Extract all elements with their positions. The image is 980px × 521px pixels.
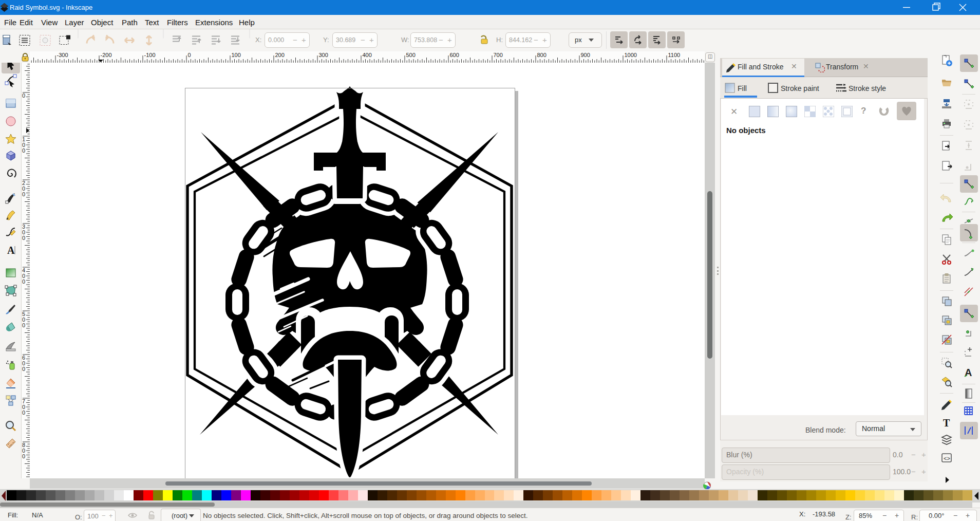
- svg-text:<>: <>: [944, 456, 950, 462]
- svg-text:-100: -100: [144, 52, 156, 58]
- svg-text:900: 900: [581, 52, 590, 58]
- svg-text:-300: -300: [57, 52, 68, 58]
- svg-text:T: T: [943, 417, 950, 429]
- svg-text:800: 800: [537, 52, 546, 58]
- svg-text:0: 0: [22, 322, 25, 328]
- svg-text:0: 0: [22, 191, 25, 197]
- svg-text:300: 300: [319, 52, 328, 58]
- svg-text:400: 400: [363, 52, 372, 58]
- svg-text:0: 0: [22, 147, 25, 154]
- svg-text:600: 600: [450, 52, 459, 58]
- svg-text:200: 200: [275, 52, 285, 58]
- svg-text:100: 100: [232, 52, 241, 58]
- svg-text:0: 0: [22, 410, 25, 416]
- svg-text:0: 0: [22, 278, 25, 285]
- svg-text:0: 0: [22, 366, 25, 372]
- svg-text:A: A: [7, 245, 15, 256]
- svg-text:700: 700: [494, 52, 503, 58]
- svg-text:1100: 1100: [668, 52, 681, 58]
- svg-text:0: 0: [22, 453, 25, 459]
- svg-text:500: 500: [406, 52, 416, 58]
- svg-text:0: 0: [188, 52, 191, 58]
- svg-text:0: 0: [22, 235, 25, 241]
- svg-text:1000: 1000: [625, 52, 637, 58]
- svg-text:0: 0: [22, 92, 25, 99]
- svg-text:-200: -200: [101, 52, 112, 58]
